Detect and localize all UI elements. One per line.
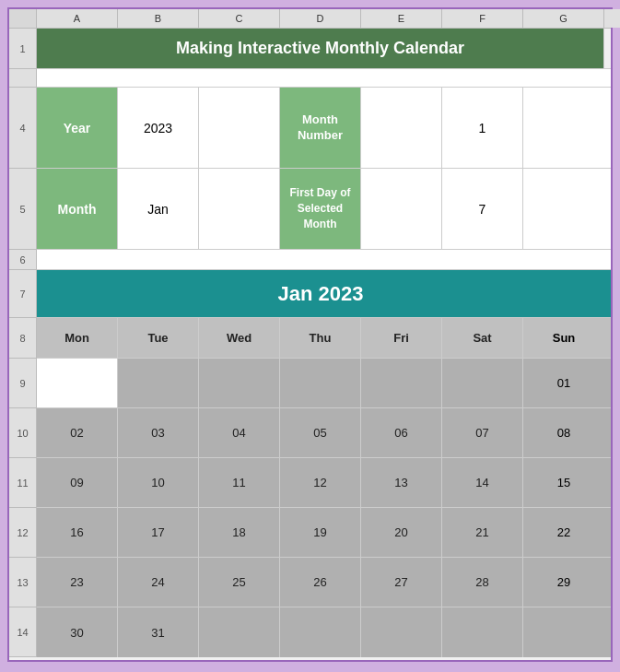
year-label: Year xyxy=(37,88,118,168)
gap-cell-f4 xyxy=(361,88,442,168)
cal-week-4: 16 17 18 19 20 21 22 xyxy=(37,508,611,558)
w6-fri xyxy=(361,607,442,657)
w2-mon: 02 xyxy=(37,408,118,457)
col-e-header: D xyxy=(280,9,361,28)
empty-row-6 xyxy=(37,250,611,270)
month-label: Month xyxy=(37,169,118,249)
w3-sat: 14 xyxy=(442,458,523,507)
w3-tue: 10 xyxy=(118,458,199,507)
w5-tue: 24 xyxy=(118,558,199,607)
w2-wed: 04 xyxy=(199,408,280,457)
w4-thu: 19 xyxy=(280,508,361,557)
w6-thu xyxy=(280,607,361,657)
row-num-11: 11 xyxy=(9,458,36,508)
col-h-header: G xyxy=(523,9,604,28)
w5-thu: 26 xyxy=(280,558,361,607)
cal-title-cell: Jan 2023 xyxy=(37,270,604,317)
cal-title-row: Jan 2023 xyxy=(37,270,611,318)
w4-wed: 18 xyxy=(199,508,280,557)
cal-header-mon: Mon xyxy=(37,318,118,358)
gap-cell-d5 xyxy=(199,169,280,249)
row-num-10: 10 xyxy=(9,408,36,458)
info-row-5: Month Jan First Day of Selected Month 7 xyxy=(37,169,611,250)
w1-thu xyxy=(280,359,361,407)
info-row-4: Year 2023 Month Number 1 xyxy=(37,88,611,169)
w3-wed: 11 xyxy=(199,458,280,507)
empty-row-3 xyxy=(37,69,611,88)
w3-sun: 15 xyxy=(523,458,604,507)
col-i-header: H xyxy=(604,9,620,28)
w5-sun: 29 xyxy=(523,558,604,607)
row-num-12: 12 xyxy=(9,508,36,558)
cal-week-3: 09 10 11 12 13 14 15 xyxy=(37,458,611,508)
cal-header-wed: Wed xyxy=(199,318,280,358)
cal-header-tue: Tue xyxy=(118,318,199,358)
cal-week-1: 01 xyxy=(37,359,611,408)
cal-header-thu: Thu xyxy=(280,318,361,358)
w5-wed: 25 xyxy=(199,558,280,607)
cal-header-row: Mon Tue Wed Thu Fri Sat Sun xyxy=(37,318,611,359)
row-num-14: 14 xyxy=(9,607,36,657)
month-num-value: 1 xyxy=(442,88,523,168)
w1-tue xyxy=(118,359,199,407)
row-num-spacer xyxy=(9,69,36,88)
cal-header-sun: Sun xyxy=(523,318,604,358)
col-d-header: C xyxy=(199,9,280,28)
first-day-label: First Day of Selected Month xyxy=(280,169,361,249)
cal-week-5: 23 24 25 26 27 28 29 xyxy=(37,558,611,607)
gap-cell-h4 xyxy=(523,88,604,168)
cal-header-sat: Sat xyxy=(442,318,523,358)
w2-sun: 08 xyxy=(523,408,604,457)
w4-tue: 17 xyxy=(118,508,199,557)
cal-header-fri: Fri xyxy=(361,318,442,358)
spreadsheet: A B C D E F G H 1 4 5 6 7 8 9 10 11 12 1… xyxy=(7,7,613,662)
row-num-4: 4 xyxy=(9,88,36,169)
w4-fri: 20 xyxy=(361,508,442,557)
empty-cell xyxy=(37,69,604,87)
w6-sat xyxy=(442,607,523,657)
w3-mon: 09 xyxy=(37,458,118,507)
row-num-6: 6 xyxy=(9,250,36,270)
w2-sat: 07 xyxy=(442,408,523,457)
col-f-header: E xyxy=(361,9,442,28)
w5-fri: 27 xyxy=(361,558,442,607)
w2-thu: 05 xyxy=(280,408,361,457)
w1-mon xyxy=(37,359,118,407)
row-num-9: 9 xyxy=(9,359,36,408)
gap-cell-f5 xyxy=(361,169,442,249)
month-value: Jan xyxy=(118,169,199,249)
w6-tue: 31 xyxy=(118,607,199,657)
w1-sun: 01 xyxy=(523,359,604,407)
w5-sat: 28 xyxy=(442,558,523,607)
content-area: Making Interactive Monthly Calendar Year… xyxy=(37,29,611,657)
w4-sat: 21 xyxy=(442,508,523,557)
w3-thu: 12 xyxy=(280,458,361,507)
month-num-label: Month Number xyxy=(280,88,361,168)
gap-cell-h5 xyxy=(523,169,604,249)
w1-wed xyxy=(199,359,280,407)
spacer-cell xyxy=(37,250,604,269)
title-cell: Making Interactive Monthly Calendar xyxy=(37,29,604,68)
w3-fri: 13 xyxy=(361,458,442,507)
row-num-5: 5 xyxy=(9,169,36,250)
w6-wed xyxy=(199,607,280,657)
row-numbers: 1 4 5 6 7 8 9 10 11 12 13 14 xyxy=(9,29,37,657)
cal-week-2: 02 03 04 05 06 07 08 xyxy=(37,408,611,458)
w1-fri xyxy=(361,359,442,407)
w1-sat xyxy=(442,359,523,407)
col-b-header: A xyxy=(37,9,118,28)
cal-week-6: 30 31 xyxy=(37,607,611,657)
title-row: Making Interactive Monthly Calendar xyxy=(37,29,611,69)
w6-sun xyxy=(523,607,604,657)
w4-sun: 22 xyxy=(523,508,604,557)
first-day-value: 7 xyxy=(442,169,523,249)
gap-cell-d4 xyxy=(199,88,280,168)
w2-tue: 03 xyxy=(118,408,199,457)
col-headers: A B C D E F G H xyxy=(9,9,611,29)
w4-mon: 16 xyxy=(37,508,118,557)
w5-mon: 23 xyxy=(37,558,118,607)
rows-area: 1 4 5 6 7 8 9 10 11 12 13 14 Making Inte… xyxy=(9,29,611,657)
w6-mon: 30 xyxy=(37,607,118,657)
row-num-8: 8 xyxy=(9,318,36,359)
w2-fri: 06 xyxy=(361,408,442,457)
